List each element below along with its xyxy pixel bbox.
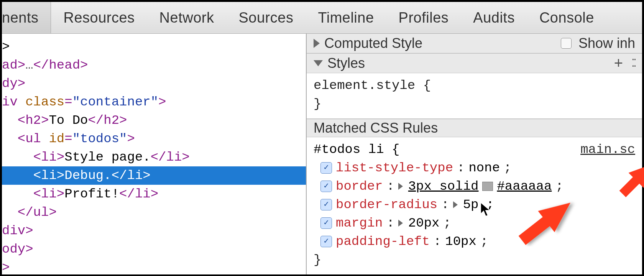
css-property-value[interactable]: none	[468, 159, 500, 177]
declaration-enabled-checkbox[interactable]: ✓	[320, 236, 332, 247]
dom-attr-name: id	[49, 131, 64, 146]
dom-node[interactable]: <ul id="todos">	[2, 130, 306, 148]
dom-tag: </li>	[119, 187, 158, 201]
dom-node[interactable]: </ul>	[2, 203, 306, 222]
tab-audits[interactable]: Audits	[461, 2, 527, 33]
rule-selector[interactable]: #todos li {	[314, 140, 399, 159]
dom-node[interactable]: >	[2, 38, 306, 56]
dom-node[interactable]: iv class="container">	[2, 93, 306, 111]
dom-tag: <li>	[33, 168, 65, 183]
css-declaration[interactable]: ✓list-style-type: none;	[314, 159, 635, 177]
dom-tag: <h2>	[18, 113, 49, 128]
dom-text: Profit!	[64, 187, 119, 201]
dom-node[interactable]: <h2>To Do</h2>	[2, 111, 306, 130]
css-property-name[interactable]: border	[336, 177, 383, 196]
declaration-enabled-checkbox[interactable]: ✓	[320, 199, 332, 210]
declaration-enabled-checkbox[interactable]: ✓	[320, 181, 332, 192]
css-property-value[interactable]: 10px	[445, 232, 476, 251]
dom-node[interactable]: div>	[2, 222, 306, 240]
semicolon: ;	[555, 177, 563, 196]
dom-node[interactable]: ody>	[2, 240, 306, 258]
dom-node[interactable]: <li>Style page.</li>	[2, 148, 306, 166]
declaration-enabled-checkbox[interactable]: ✓	[320, 162, 332, 174]
css-declaration[interactable]: ✓border-radius:5p;	[314, 196, 635, 214]
css-property-name[interactable]: list-style-type	[336, 159, 453, 177]
css-property-name[interactable]: padding-left	[336, 232, 430, 251]
semicolon: ;	[443, 214, 451, 232]
expand-value-icon[interactable]	[398, 220, 403, 227]
dom-tag: >	[2, 260, 10, 274]
dom-node[interactable]: ad>…</head>	[2, 56, 306, 74]
dom-attr-val: "container"	[72, 95, 158, 109]
dom-tag: =	[64, 131, 72, 146]
element-style-selector: element.style {	[314, 76, 635, 95]
dom-tag: </ul>	[18, 205, 57, 220]
dom-text: >	[2, 39, 10, 54]
dom-tag: div>	[2, 223, 33, 238]
dom-attr-val: "todos"	[72, 131, 127, 146]
dom-node[interactable]: <li>Debug.</li>	[2, 166, 306, 185]
dom-tag: =	[64, 95, 72, 109]
css-declaration[interactable]: ✓margin:20px;	[314, 214, 635, 232]
styles-section-title: Styles	[327, 55, 365, 71]
show-inherited-checkbox[interactable]	[561, 38, 572, 49]
computed-style-section-header[interactable]: Computed Style Show inh	[307, 34, 642, 53]
css-property-name[interactable]: border-radius	[336, 196, 437, 214]
dom-text: Style page.	[64, 150, 150, 164]
styles-section-header[interactable]: Styles + ⁚⁚	[307, 53, 642, 73]
disclosure-down-icon[interactable]	[314, 60, 323, 66]
tab-timeline[interactable]: Timeline	[306, 2, 386, 33]
show-inherited-label: Show inh	[578, 35, 635, 51]
tab-console[interactable]: Console	[527, 2, 606, 33]
dom-tag: <ul	[18, 131, 49, 146]
dom-node[interactable]: >	[2, 258, 306, 274]
tab-profiles[interactable]: Profiles	[386, 2, 461, 33]
tab-sources[interactable]: Sources	[226, 2, 306, 33]
style-panel-menu-icon[interactable]: ⁚⁚	[631, 57, 635, 69]
styles-panel: Computed Style Show inh Styles + ⁚⁚ elem…	[307, 34, 642, 274]
element-style-close: }	[314, 95, 635, 113]
dom-text: Debug.	[64, 168, 111, 183]
dom-tag: </li>	[151, 150, 190, 164]
dom-tag: <li>	[33, 187, 65, 201]
semicolon: ;	[480, 232, 488, 251]
dom-tag: iv	[2, 95, 25, 109]
tab-resources[interactable]: Resources	[51, 2, 147, 33]
matched-rules-header: Matched CSS Rules	[307, 119, 642, 137]
tab-nents[interactable]: nents	[2, 2, 51, 33]
computed-style-title: Computed Style	[324, 35, 422, 51]
elements-dom-panel[interactable]: >ad>…</head>dy>iv class="container"> <h2…	[2, 34, 307, 274]
rule-close-brace: }	[314, 251, 635, 269]
dom-tag: <li>	[33, 150, 65, 164]
devtools-toolbar: nentsResourcesNetworkSourcesTimelineProf…	[2, 2, 642, 34]
color-swatch[interactable]	[482, 182, 493, 191]
dom-node[interactable]: dy>	[2, 74, 306, 93]
matched-rules-title: Matched CSS Rules	[314, 120, 438, 136]
tab-network[interactable]: Network	[147, 2, 227, 33]
colon: :	[386, 177, 394, 196]
declaration-enabled-checkbox[interactable]: ✓	[320, 217, 332, 229]
dom-tag: ody>	[2, 242, 33, 256]
colon: :	[441, 196, 449, 214]
dom-node[interactable]: <li>Profit!</li>	[2, 185, 306, 203]
css-property-value[interactable]: #aaaaaa	[497, 177, 552, 196]
dom-tag: </li>	[112, 168, 151, 183]
css-property-name[interactable]: margin	[336, 214, 383, 232]
dom-tree[interactable]: >ad>…</head>dy>iv class="container"> <h2…	[2, 34, 306, 274]
css-property-value[interactable]: 3px solid	[408, 177, 479, 196]
disclosure-right-icon[interactable]	[314, 39, 320, 48]
dom-text: To Do	[49, 113, 88, 128]
add-style-button[interactable]: +	[610, 54, 627, 72]
rule-source-link[interactable]: main.sc	[580, 140, 635, 159]
css-property-value[interactable]: 5p	[463, 196, 479, 214]
dom-tag: ad>	[2, 58, 25, 72]
expand-value-icon[interactable]	[398, 183, 403, 190]
expand-value-icon[interactable]	[453, 201, 458, 208]
colon: :	[457, 159, 465, 177]
css-property-value[interactable]: 20px	[408, 214, 440, 232]
css-declaration[interactable]: ✓border:3px solid #aaaaaa;	[314, 177, 635, 196]
css-rule-block[interactable]: #todos li { main.sc ✓list-style-type: no…	[307, 137, 642, 274]
dom-tag: dy>	[2, 76, 25, 91]
css-declaration[interactable]: ✓padding-left: 10px;	[314, 232, 635, 251]
element-style-block[interactable]: element.style { }	[307, 73, 642, 119]
